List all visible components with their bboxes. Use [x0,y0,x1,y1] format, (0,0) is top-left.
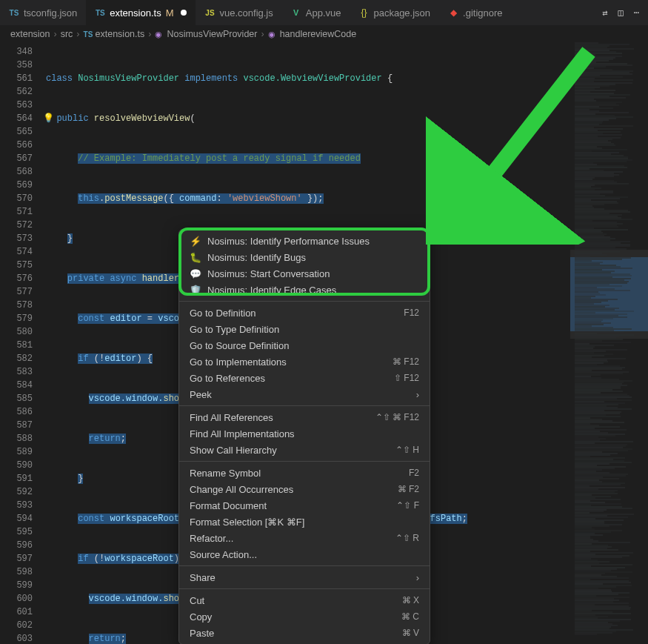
menu-show-call-hierarchy[interactable]: Show Call Hierarchy⌃⇧ H [179,442,430,458]
menu-go-to-type-definition[interactable]: Go to Type Definition [179,321,430,337]
tab-tsconfig[interactable]: TS tsconfig.json [0,0,86,25]
menu-separator [179,301,430,302]
tab-actions: ⇄ ◫ ⋯ [593,7,648,19]
menu-cut[interactable]: Cut⌘ X [179,592,430,608]
menu-separator [179,565,430,566]
minimap[interactable] [570,42,648,644]
bug-icon: 🐛 [190,252,201,263]
line-number-gutter: 348 358 561 562 563 564 💡 565 566 567 56… [0,42,46,644]
menu-format-document[interactable]: Format Document⌃⇧ F [179,497,430,514]
git-icon: ◆ [448,7,458,18]
tab-app-vue[interactable]: V App.vue [282,0,350,25]
modified-dot-icon [181,10,187,16]
compare-icon[interactable]: ⇄ [602,7,607,19]
breadcrumb-part[interactable]: NosimusViewProvider [167,29,257,39]
menu-go-to-implementations[interactable]: Go to Implementations⌘ F12 [179,353,430,370]
menu-refactor[interactable]: Refactor...⌃⇧ R [179,530,430,546]
menu-nosimus-edge-cases[interactable]: 🛡️Nosimus: Identify Edge Cases [179,282,430,298]
split-editor-icon[interactable]: ◫ [618,7,624,19]
menu-paste[interactable]: Paste⌘ V [179,625,430,641]
menu-go-to-source-definition[interactable]: Go to Source Definition [179,337,430,353]
tab-label: App.vue [306,7,341,19]
chevron-right-icon: › [258,29,266,39]
breadcrumb[interactable]: extension › src › TS extension.ts › ◉ No… [0,26,648,42]
menu-nosimus-conversation[interactable]: 💬Nosimus: Start Conversation [179,265,430,282]
breadcrumb-part[interactable]: extension.ts [96,29,145,39]
tab-label: extension.ts [110,7,161,19]
menu-nosimus-performance[interactable]: ⚡Nosimus: Identify Performance Issues [179,233,430,249]
chevron-right-icon: › [416,572,419,583]
tab-gitignore[interactable]: ◆ .gitignore [439,0,511,25]
menu-find-all-references[interactable]: Find All References⌃⇧ ⌘ F12 [179,409,430,425]
context-menu: ⚡Nosimus: Identify Performance Issues 🐛N… [178,229,430,644]
tab-label: vue.config.js [219,7,273,19]
menu-nosimus-bugs[interactable]: 🐛Nosimus: Identify Bugs [179,249,430,265]
ts-icon: TS [9,7,19,18]
menu-separator [179,405,430,406]
editor-tabs-bar: TS tsconfig.json TS extension.ts M JS vu… [0,0,648,26]
vue-icon: V [291,7,301,18]
tab-vue-config[interactable]: JS vue.config.js [196,0,281,25]
tab-package-json[interactable]: {} package.json [350,0,439,25]
chevron-right-icon: › [74,29,81,39]
shield-icon: 🛡️ [190,285,201,296]
tab-label: tsconfig.json [24,7,77,19]
chevron-right-icon: › [146,29,153,39]
bolt-icon: ⚡ [190,236,201,247]
chevron-right-icon: › [416,389,419,400]
menu-go-to-references[interactable]: Go to References⇧ F12 [179,370,430,386]
tab-suffix: M [166,7,174,19]
menu-source-action[interactable]: Source Action... [179,546,430,562]
chevron-right-icon: › [52,29,59,39]
js-icon: JS [204,7,215,18]
speech-icon: 💬 [190,268,201,279]
breadcrumb-part[interactable]: src [61,29,73,39]
menu-go-to-definition[interactable]: Go to DefinitionF12 [179,305,430,321]
menu-copy[interactable]: Copy⌘ C [179,608,430,625]
menu-peek[interactable]: Peek› [179,386,430,402]
class-icon: ◉ [155,30,165,39]
menu-separator [179,461,430,462]
menu-separator [179,588,430,589]
tab-label: .gitignore [463,7,502,19]
method-icon: ◉ [268,30,278,39]
json-icon: {} [358,7,369,18]
more-icon[interactable]: ⋯ [634,7,639,19]
tab-label: package.json [373,7,430,19]
menu-find-all-implementations[interactable]: Find All Implementations [179,425,430,442]
menu-format-selection[interactable]: Format Selection [⌘K ⌘F] [179,514,430,530]
menu-change-all-occurrences[interactable]: Change All Occurrences⌘ F2 [179,481,430,497]
breadcrumb-part[interactable]: extension [10,29,50,39]
ts-icon: TS [95,7,105,18]
breadcrumb-part[interactable]: handlereviewCode [280,29,357,39]
menu-rename-symbol[interactable]: Rename SymbolF2 [179,465,430,481]
ts-icon: TS [84,30,94,39]
menu-share[interactable]: Share› [179,569,430,585]
tab-extension-ts[interactable]: TS extension.ts M [86,0,196,25]
